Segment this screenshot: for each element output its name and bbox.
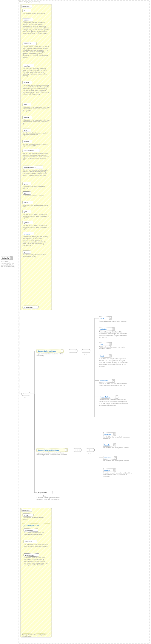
crg-choice: 0..∞ — [82, 448, 95, 454]
el-link[interactable]: broader — [104, 444, 110, 446]
attr-name: how — [24, 104, 27, 106]
attr-name: whyuri — [23, 140, 29, 142]
attr-name: why — [23, 130, 27, 131]
attributes-label: attributes — [22, 6, 29, 8]
svg-text:any ##other: any ##other — [24, 306, 33, 308]
root-element: inlineRef The concept represented by the… — [1, 256, 16, 269]
svg-rect-77 — [86, 448, 95, 452]
attr-name: type — [24, 211, 27, 213]
concept-definition-group: ConceptDefinitionGroup A group of proper… — [34, 349, 63, 360]
el-link[interactable]: hierarchyInfo — [100, 396, 110, 398]
extension-any-other: any ##other 0..∞ Extension point for pro… — [34, 467, 62, 504]
svg-text:derivedfrom: derivedfrom — [25, 554, 34, 556]
diagram-canvas: inlineRef The concept represented by the… — [0, 0, 151, 644]
attr-name: custom — [24, 82, 29, 84]
svg-rect-42 — [82, 349, 90, 353]
root-name: inlineRef — [2, 257, 9, 259]
svg-text:0..∞: 0..∞ — [88, 453, 91, 454]
el-link[interactable]: facet — [100, 355, 104, 357]
el-hierarchyInfo: hierarchyInfoRepresents the position of … — [95, 395, 128, 420]
attr-name: howuri — [24, 116, 29, 118]
el-link[interactable]: narrower — [104, 457, 111, 459]
el-link[interactable]: definition — [100, 328, 107, 330]
crg-link[interactable]: ConceptRelationshipsGroup — [38, 449, 59, 451]
attr-name: qcode — [24, 183, 28, 185]
attr-name: uri — [24, 192, 26, 194]
attr-creator: creatorIf the property value is not defi… — [22, 18, 49, 41]
attributes-box: attributes idThe local identifier of the… — [20, 4, 52, 310]
any-other-pill: any ##other — [22, 306, 39, 309]
attr-name: creator — [24, 19, 29, 21]
attr-name: literal — [24, 202, 28, 204]
attr-custom: customIf set to true the corresponding p… — [22, 81, 49, 104]
el-link[interactable]: note — [100, 343, 104, 345]
svg-text:confidence: confidence — [25, 529, 33, 531]
idrefs-box: attributes idrefs A set of local identif… — [20, 508, 52, 640]
el-facet: facetIn NAR 1.8 and later, facet is depr… — [95, 354, 128, 380]
attr-name[interactable]: xml:lang — [24, 233, 30, 235]
svg-text:attributes: attributes — [22, 510, 29, 511]
attr-name: creatoruri — [24, 43, 31, 45]
concept-relationships-group: ConceptRelationshipsGroup A group of pro… — [34, 448, 68, 460]
extension-header: Flex1PropType (extension) — [19, 1, 40, 3]
el-link[interactable]: sameAs — [104, 433, 111, 435]
attr-name: typeuri — [24, 222, 29, 224]
el-link[interactable]: related — [104, 469, 110, 471]
cdg-choice: 0..∞ — [77, 349, 90, 356]
attr-name: pubconstrainturi — [24, 166, 36, 168]
el-link[interactable]: name — [100, 317, 105, 319]
svg-text:0..∞: 0..∞ — [84, 354, 87, 356]
attr-creatoruri: creatoruriIf the attribute is empty, spe… — [22, 42, 49, 65]
sequence-compositor: 0..∞ — [21, 392, 30, 398]
crg-seq — [68, 448, 82, 452]
svg-text:relevance: relevance — [25, 541, 32, 543]
attr-name: dir — [24, 251, 26, 253]
attr-name: id — [24, 10, 25, 12]
attr-name: modified — [24, 65, 30, 67]
svg-text:idrefs: idrefs — [24, 514, 28, 516]
svg-text:0..∞: 0..∞ — [24, 397, 26, 398]
quantify-link[interactable]: grp quantifyAttributes — [23, 524, 39, 526]
svg-text:any ##other: any ##other — [38, 492, 47, 494]
root-desc: The concept represented by the content i… — [1, 260, 16, 268]
cdg-seq — [63, 349, 77, 353]
attr-name: pubconstraint — [24, 150, 34, 152]
el-link[interactable]: remoteInfo — [100, 380, 108, 382]
qattr-derivedfrom: derivedfromA reference to the concept fr… — [24, 554, 48, 585]
svg-text:0..∞: 0..∞ — [43, 495, 46, 497]
attr-dir: dirThe directionality of textual content… — [22, 250, 49, 274]
cdg-link[interactable]: ConceptDefinitionGroup — [38, 350, 56, 352]
